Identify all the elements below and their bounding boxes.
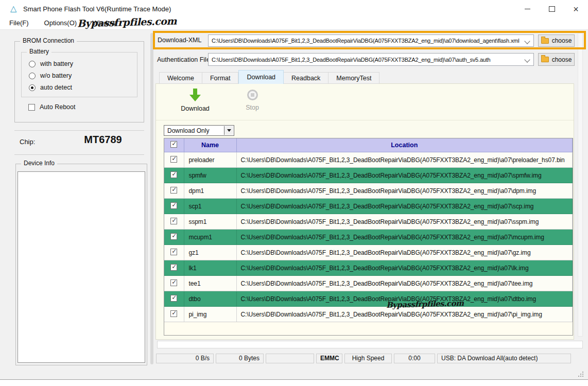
- close-button[interactable]: [564, 0, 588, 18]
- auto-reboot-label: Auto Reboot: [40, 103, 76, 111]
- row-checkbox[interactable]: [170, 202, 177, 209]
- scrollbar-track[interactable]: [578, 33, 583, 337]
- status-cell: USB: DA Download All(auto detect): [437, 354, 571, 363]
- radio-auto-detect[interactable]: auto detect: [29, 84, 73, 91]
- tab-readback[interactable]: Readback: [284, 72, 328, 84]
- folder-icon: [541, 38, 549, 44]
- select-all-checkbox[interactable]: [170, 141, 177, 148]
- partition-location: C:\Users\DB\Downloads\A075F_Bit1,2,3_Dea…: [236, 168, 573, 183]
- title-bar: Smart Phone Flash Tool V6(Runtime Trace …: [0, 0, 588, 18]
- row-checkbox[interactable]: [170, 187, 177, 194]
- battery-group: Battery with batteryw/o batteryauto dete…: [21, 52, 137, 97]
- table-row[interactable]: tee1C:\Users\DB\Downloads\A075F_Bit1,2,3…: [164, 276, 573, 291]
- download-mode-select[interactable]: Download Only: [164, 125, 234, 136]
- window-title: Smart Phone Flash Tool V6(Runtime Trace …: [23, 5, 171, 13]
- radio-w-o-battery[interactable]: w/o battery: [29, 72, 73, 79]
- partition-name: pi_img: [184, 307, 236, 322]
- partition-location: C:\Users\DB\Downloads\A075F_Bit1,2,3_Dea…: [236, 291, 573, 307]
- stop-button-label: Stop: [246, 104, 259, 111]
- chevron-down-icon: [524, 38, 530, 44]
- radio-with-battery[interactable]: with battery: [29, 60, 73, 67]
- window-bottom-border: [0, 379, 588, 380]
- dropdown-arrow-icon: [227, 129, 231, 132]
- maximize-button[interactable]: [540, 0, 564, 18]
- progress-bar: [157, 341, 583, 348]
- app-logo-icon: [10, 4, 16, 13]
- download-xml-choose-button[interactable]: choose: [538, 34, 575, 47]
- menu-window[interactable]: Window: [92, 18, 116, 29]
- table-row[interactable]: mcupm1C:\Users\DB\Downloads\A075F_Bit1,2…: [164, 230, 573, 245]
- download-xml-combobox[interactable]: C:\Users\DB\Downloads\A075F_Bit1,2,3_Dea…: [208, 34, 534, 47]
- stop-button[interactable]: Stop: [234, 89, 270, 111]
- tab-memorytest[interactable]: MemoryTest: [328, 72, 379, 84]
- table-row[interactable]: gz1C:\Users\DB\Downloads\A075F_Bit1,2,3_…: [164, 245, 573, 260]
- partition-name: gz1: [184, 245, 236, 260]
- download-button[interactable]: Download: [170, 89, 220, 112]
- row-checkbox[interactable]: [170, 218, 177, 224]
- partition-name: tee1: [184, 276, 236, 291]
- partition-table: Name Location preloaderC:\Users\DB\Downl…: [164, 138, 573, 336]
- row-checkbox[interactable]: [170, 310, 177, 317]
- download-xml-label: Download-XML: [158, 37, 201, 44]
- device-info-panel: [18, 171, 145, 363]
- action-toolbar: Download Stop: [156, 84, 574, 120]
- column-header-location: Location: [236, 138, 573, 152]
- partition-name: preloader: [184, 152, 236, 168]
- auto-reboot-checkbox[interactable]: [28, 104, 35, 111]
- dropdown-button[interactable]: [224, 126, 233, 135]
- divider: [14, 130, 144, 131]
- auth-file-combobox[interactable]: C:\Users\DB\Downloads\A075F_Bit1,2,3_Dea…: [208, 53, 534, 66]
- menu-options-o[interactable]: Options(O): [44, 18, 77, 29]
- status-cell: 0 B/s: [156, 354, 214, 363]
- choose-button-label: choose: [552, 37, 572, 44]
- menu-file-f[interactable]: File(F): [9, 18, 29, 29]
- brom-group-title: BROM Connection: [20, 37, 77, 44]
- download-mode-value: Download Only: [167, 127, 209, 134]
- column-header-name: Name: [184, 138, 236, 152]
- partition-location: C:\Users\DB\Downloads\A075F_Bit1,2,3_Dea…: [236, 245, 573, 260]
- minimize-button[interactable]: [515, 0, 540, 18]
- panel-splitter[interactable]: [150, 33, 153, 364]
- brom-connection-group: BROM Connection Battery with batteryw/o …: [14, 41, 144, 122]
- table-row[interactable]: lk1C:\Users\DB\Downloads\A075F_Bit1,2,3_…: [164, 260, 573, 276]
- row-checkbox[interactable]: [170, 171, 177, 178]
- table-row[interactable]: pi_imgC:\Users\DB\Downloads\A075F_Bit1,2…: [164, 307, 573, 322]
- row-checkbox[interactable]: [170, 249, 177, 255]
- partition-name: sspm1: [184, 214, 236, 230]
- status-cell: High Speed: [344, 354, 392, 363]
- row-checkbox[interactable]: [170, 279, 177, 286]
- table-header-row: Name Location: [164, 138, 573, 152]
- status-bar: 0 B/s0 BytesEMMCHigh Speed0:00USB: DA Do…: [156, 354, 571, 363]
- partition-location: C:\Users\DB\Downloads\A075F_Bit1,2,3_Dea…: [236, 183, 573, 199]
- partition-location: C:\Users\DB\Downloads\A075F_Bit1,2,3_Dea…: [236, 260, 573, 276]
- table-row[interactable]: spmfwC:\Users\DB\Downloads\A075F_Bit1,2,…: [164, 168, 573, 183]
- table-row[interactable]: scp1C:\Users\DB\Downloads\A075F_Bit1,2,3…: [164, 199, 573, 214]
- resize-grip-icon[interactable]: [577, 371, 584, 377]
- stop-circle-icon: [247, 90, 258, 100]
- table-row[interactable]: dtboC:\Users\DB\Downloads\A075F_Bit1,2,3…: [164, 291, 573, 307]
- status-cell: [266, 354, 314, 363]
- partition-location: C:\Users\DB\Downloads\A075F_Bit1,2,3_Dea…: [236, 276, 573, 291]
- radio-indicator: [29, 61, 36, 67]
- tab-download[interactable]: Download: [238, 70, 284, 84]
- row-checkbox[interactable]: [170, 233, 177, 240]
- minimize-icon: [525, 9, 530, 9]
- auto-reboot-checkbox-row[interactable]: Auto Reboot: [28, 103, 76, 111]
- auth-file-choose-button[interactable]: choose: [538, 53, 575, 66]
- device-info-title: Device Info: [21, 160, 57, 167]
- close-icon: [573, 5, 579, 14]
- row-checkbox[interactable]: [170, 264, 177, 271]
- table-row[interactable]: sspm1C:\Users\DB\Downloads\A075F_Bit1,2,…: [164, 214, 573, 230]
- status-cell: EMMC: [316, 354, 342, 363]
- row-checkbox[interactable]: [170, 156, 177, 163]
- table-row[interactable]: dpm1C:\Users\DB\Downloads\A075F_Bit1,2,3…: [164, 183, 573, 199]
- row-checkbox[interactable]: [170, 295, 177, 302]
- tab-format[interactable]: Format: [202, 72, 239, 84]
- download-button-label: Download: [181, 105, 210, 112]
- table-row[interactable]: preloaderC:\Users\DB\Downloads\A075F_Bit…: [164, 152, 573, 168]
- tab-strip: WelcomeFormatDownloadReadbackMemoryTest: [159, 71, 379, 84]
- choose-button-label: choose: [552, 56, 572, 63]
- tab-welcome[interactable]: Welcome: [159, 72, 202, 84]
- chevron-down-icon: [524, 57, 530, 62]
- partition-location: C:\Users\DB\Downloads\A075F_Bit1,2,3_Dea…: [236, 199, 573, 214]
